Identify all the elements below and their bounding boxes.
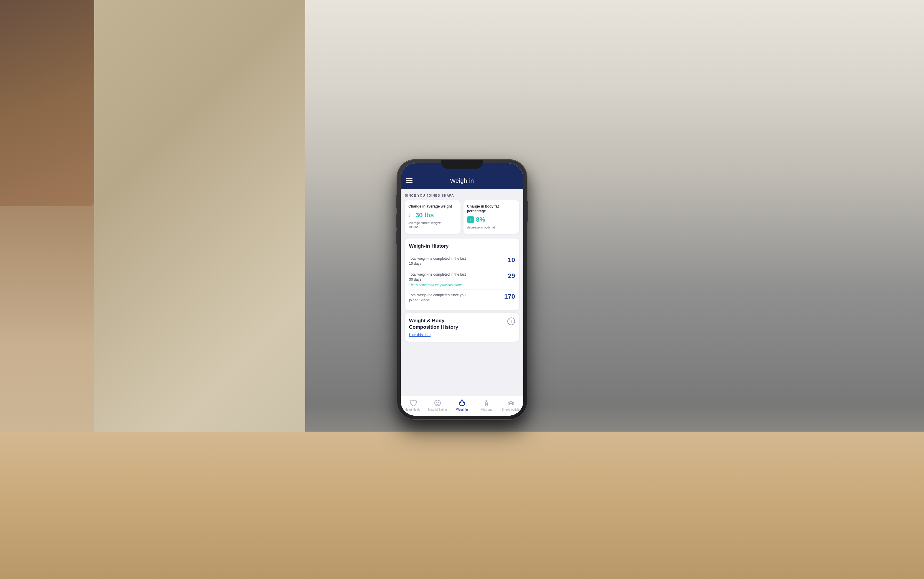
history-row-30: Total weigh-ins completed in the last 30… — [409, 269, 515, 290]
missions-icon — [482, 399, 490, 407]
since-joined-label: SINCE YOU JOINED SHAPA — [405, 194, 519, 197]
nav-label-mindful-eating: Mindful Eating — [428, 408, 447, 412]
nav-item-mindful-eating[interactable]: Mindful Eating — [425, 399, 450, 412]
menu-button[interactable] — [406, 178, 412, 183]
history-note-30: That's better than the previous month! — [409, 283, 468, 286]
mindful-eating-icon — [434, 399, 442, 407]
fat-down-icon: ↓ — [467, 216, 474, 223]
bg-furniture — [0, 0, 94, 206]
history-label-30: Total weigh-ins completed in the last 30… — [409, 272, 468, 286]
info-button[interactable]: i — [507, 317, 515, 325]
bg-floor — [0, 432, 924, 579]
nav-item-shapa-activity[interactable]: Shapa Activity — [499, 399, 523, 412]
since-joined-section: SINCE YOU JOINED SHAPA Change in average… — [401, 189, 523, 236]
phone-frame: Weigh-in SINCE YOU JOINED SHAPA Change i… — [397, 160, 527, 419]
app-content[interactable]: SINCE YOU JOINED SHAPA Change in average… — [401, 189, 523, 396]
hamburger-line-3 — [406, 182, 412, 183]
history-value-30: 29 — [508, 272, 515, 280]
weight-change-value: 30 lbs — [416, 211, 434, 219]
phone-device: Weigh-in SINCE YOU JOINED SHAPA Change i… — [397, 160, 527, 419]
phone-notch — [442, 160, 482, 168]
hamburger-line-1 — [406, 178, 412, 179]
weight-value-row: ↓ 30 lbs — [408, 211, 457, 219]
svg-rect-6 — [513, 402, 514, 405]
weight-card-title: Change in average weight — [408, 204, 457, 209]
activity-icon — [507, 399, 515, 407]
history-value-total: 170 — [504, 293, 515, 300]
weight-change-card: Change in average weight ↓ 30 lbs Averag… — [405, 200, 461, 234]
heart-icon — [409, 399, 417, 407]
nav-item-missions[interactable]: Missions — [474, 399, 499, 412]
bottom-navigation: Heart Health Mindful Eating — [401, 396, 523, 415]
page-title: Weigh-in — [450, 177, 474, 184]
fat-card-title: Change in body fat percentage — [467, 204, 516, 213]
fat-change-card: Change in body fat percentage ↓ 8% decre… — [463, 200, 519, 234]
nav-label-heart-health: Heart Health — [405, 408, 421, 412]
weight-sub-label: Average current weight: 185 lbs — [408, 221, 457, 229]
weigh-in-history-title: Weigh-in History — [409, 243, 515, 249]
nav-label-missions: Missions — [481, 408, 492, 412]
weigh-in-history-section: Weigh-in History Total weigh-ins complet… — [405, 239, 519, 311]
fat-sub-label: decrease in body fat — [467, 225, 516, 230]
fat-change-value: 8% — [476, 216, 485, 224]
history-row-10: Total weigh-ins completed in the last 10… — [409, 253, 515, 270]
arrow-down-icon: ↓ — [408, 213, 414, 218]
weigh-in-icon — [458, 399, 466, 407]
svg-point-0 — [435, 400, 440, 406]
nav-item-heart-health[interactable]: Heart Health — [401, 399, 425, 412]
svg-point-1 — [436, 402, 437, 403]
hamburger-line-2 — [406, 180, 412, 181]
stats-row: Change in average weight ↓ 30 lbs Averag… — [405, 200, 519, 234]
weight-body-title: Weight & Body Composition History — [409, 317, 468, 330]
phone-screen: Weigh-in SINCE YOU JOINED SHAPA Change i… — [401, 164, 523, 415]
fat-value-row: ↓ 8% — [467, 216, 516, 224]
history-value-10: 10 — [508, 256, 515, 264]
weight-body-section: Weight & Body Composition History i Hide… — [405, 313, 519, 342]
history-label-10: Total weigh-ins completed in the last 10… — [409, 256, 468, 266]
weight-body-header: Weight & Body Composition History i — [409, 317, 515, 330]
history-label-total: Total weigh-ins completed since you join… — [409, 293, 468, 303]
svg-point-2 — [438, 402, 439, 403]
nav-label-weigh-in: Weigh-In — [456, 408, 468, 412]
hide-data-link[interactable]: Hide this data — [409, 333, 515, 337]
svg-rect-5 — [508, 402, 509, 405]
svg-point-4 — [486, 400, 487, 402]
history-row-total: Total weigh-ins completed since you join… — [409, 290, 515, 306]
nav-item-weigh-in[interactable]: Weigh-In — [450, 399, 474, 412]
nav-label-shapa-activity: Shapa Activity — [502, 408, 520, 412]
